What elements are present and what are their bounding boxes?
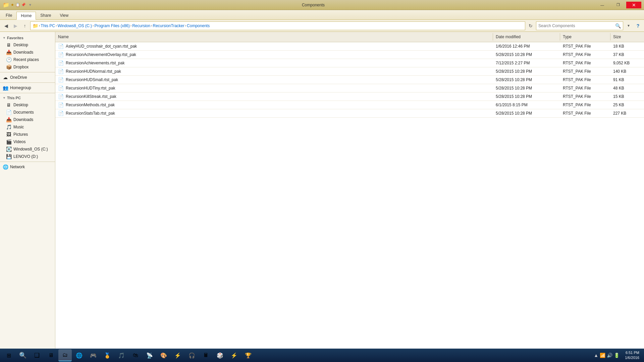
start-button[interactable]: ⊞ <box>2 349 15 361</box>
taskbar-app-store[interactable]: 🛍 <box>129 349 142 361</box>
sidebar-item-downloads-pc[interactable]: 📥 Downloads <box>0 116 55 123</box>
sidebar-item-documents[interactable]: 📄 Documents <box>0 109 55 116</box>
breadcrumb-thispc[interactable]: This PC <box>41 23 55 28</box>
taskbar-app-steam[interactable]: 🎮 <box>87 349 100 361</box>
file-icon: 📄 <box>58 94 64 99</box>
systray-sound[interactable]: 🔊 <box>607 353 612 358</box>
thispc-chevron: ▼ <box>3 96 6 100</box>
taskbar-app-pinball[interactable]: 🎲 <box>213 349 227 361</box>
systray-battery[interactable]: 🔋 <box>614 353 620 358</box>
table-row[interactable]: 📄 RecursionAchievementOverlay.rtst_pak 5… <box>55 51 644 59</box>
file-type: RTST_PAK File <box>560 51 610 58</box>
breadcrumb-c[interactable]: Windows8_OS (C:) <box>57 23 92 28</box>
file-date: 5/28/2015 10:28 PM <box>493 110 560 117</box>
back-button[interactable]: ◀ <box>2 22 10 30</box>
file-type: RTST_PAK File <box>560 59 610 67</box>
taskbar-app-game3[interactable]: ⚡ <box>227 349 241 361</box>
sidebar-item-pictures[interactable]: 🖼 Pictures <box>0 131 55 138</box>
file-icon: 📄 <box>58 69 64 74</box>
tab-file[interactable]: File <box>1 11 16 19</box>
search-input[interactable] <box>538 23 615 28</box>
table-row[interactable]: 📄 RecursionAchievements.rtst_pak 7/12/20… <box>55 59 644 67</box>
sidebar-item-desktop-fav[interactable]: 🖥 Desktop <box>0 41 55 49</box>
search-box[interactable]: 🔍 <box>536 21 623 30</box>
sidebar-item-label: Music <box>13 125 24 129</box>
address-path[interactable]: 📁 › This PC › Windows8_OS (C:) › Program… <box>30 21 525 30</box>
up-button[interactable]: ↑ <box>21 22 29 30</box>
breadcrumb-sep-3: › <box>130 24 131 27</box>
sidebar-item-videos[interactable]: 🎬 Videos <box>0 138 55 145</box>
taskbar-app-itunes[interactable]: 🎵 <box>115 349 128 361</box>
sidebar-item-d-drive[interactable]: 💾 LENOVO (D:) <box>0 153 55 160</box>
tab-home[interactable]: Home <box>16 12 36 20</box>
breadcrumb-components[interactable]: Components <box>187 23 210 28</box>
sidebar-item-label: Windows8_OS (C:) <box>13 147 48 152</box>
clock-date: 1/6/2016 <box>625 355 639 360</box>
taskbar-app-network[interactable]: 📡 <box>143 349 156 361</box>
col-header-name[interactable]: Name <box>55 33 493 41</box>
expand-button[interactable]: ▼ <box>625 22 633 30</box>
videos-icon: 🎬 <box>6 139 11 144</box>
minimize-button[interactable]: — <box>595 2 610 8</box>
cortana-button[interactable]: 🔍 <box>16 349 30 361</box>
task-view-button[interactable]: ❑ <box>30 349 44 361</box>
file-size: 140 KB <box>610 68 644 75</box>
table-row[interactable]: 📄 RecursionMethods.rtst_pak 6/1/2015 8:1… <box>55 101 644 109</box>
sidebar-item-music[interactable]: 🎵 Music <box>0 123 55 131</box>
sidebar-item-onedrive[interactable]: ☁ OneDrive <box>0 74 55 81</box>
file-size: 25 KB <box>610 101 644 109</box>
col-header-date[interactable]: Date modified <box>493 33 560 41</box>
col-header-type[interactable]: Type <box>560 33 610 41</box>
restore-button[interactable]: ❐ <box>610 2 626 8</box>
sidebar-item-label: Homegroup <box>10 85 31 90</box>
network-icon: 🌐 <box>3 164 8 170</box>
table-row[interactable]: 📄 RecursionHUDSmall.rtst_pak 5/28/2015 1… <box>55 76 644 84</box>
breadcrumb-sep-4: › <box>151 24 152 27</box>
file-icon: 📄 <box>58 111 64 116</box>
breadcrumb-recursion[interactable]: Recursion <box>132 23 150 28</box>
taskbar-app-nvidia[interactable]: 🎨 <box>157 349 170 361</box>
table-row[interactable]: 📄 AsleyHUD_crosshair_dot_cyan.rtst_pak 1… <box>55 42 644 51</box>
table-row[interactable]: 📄 RecursionStatsTab.rtst_pak 5/28/2015 1… <box>55 109 644 118</box>
taskbar-app-chrome[interactable]: 🌐 <box>72 349 86 361</box>
taskbar-app-monitor[interactable]: 🖥 <box>44 349 58 361</box>
systray-expand[interactable]: ▲ <box>594 353 598 358</box>
homegroup-icon: 👥 <box>3 85 8 90</box>
title-bar-chevron[interactable]: ▼ <box>29 3 32 7</box>
taskbar-app-spotify[interactable]: 🎧 <box>185 349 199 361</box>
sidebar-item-recent[interactable]: 🕐 Recent places <box>0 56 55 63</box>
tab-share[interactable]: Share <box>36 11 55 19</box>
table-row[interactable]: 📄 RecursionHUDNormal.rtst_pak 5/28/2015 … <box>55 67 644 76</box>
search-icon[interactable]: 🔍 <box>615 23 621 28</box>
taskbar-clock[interactable]: 6:51 PM 1/6/2016 <box>622 350 642 361</box>
systray-network[interactable]: 📶 <box>600 353 605 358</box>
sidebar-divider-3 <box>0 93 55 93</box>
taskbar-app-explorer[interactable]: 🗂 <box>58 349 72 361</box>
breadcrumb-programfiles[interactable]: Program Files (x86) <box>94 23 129 28</box>
close-button[interactable]: ✕ <box>626 2 641 8</box>
table-row[interactable]: 📄 RecursionHUDTiny.rtst_pak 5/28/2015 10… <box>55 84 644 93</box>
main-layout: ▼ Favorites 🖥 Desktop 📥 Downloads 🕐 Rece… <box>0 32 644 352</box>
breadcrumb-recursiontracker[interactable]: RecursionTracker <box>153 23 184 28</box>
table-row[interactable]: 📄 RecursionKillStreak.rtst_pak 5/28/2015… <box>55 93 644 101</box>
thispc-header[interactable]: ▼ This PC <box>0 95 55 101</box>
sidebar-item-desktop-pc[interactable]: 🖥 Desktop <box>0 101 55 109</box>
sidebar-item-network[interactable]: 🌐 Network <box>0 163 55 171</box>
file-size: 15 KB <box>610 93 644 100</box>
favorites-header[interactable]: ▼ Favorites <box>0 35 55 41</box>
sidebar-item-downloads-fav[interactable]: 📥 Downloads <box>0 49 55 56</box>
taskbar-app-glyph[interactable]: ⚡ <box>171 349 184 361</box>
help-button[interactable]: ? <box>634 22 642 30</box>
tab-view[interactable]: View <box>55 11 73 19</box>
sidebar-item-label: Desktop <box>13 43 28 47</box>
sidebar-item-homegroup[interactable]: 👥 Homegroup <box>0 84 55 92</box>
sidebar-item-dropbox[interactable]: 📦 Dropbox <box>0 63 55 71</box>
refresh-button[interactable]: ↻ <box>527 22 535 30</box>
file-name: 📄 RecursionHUDSmall.rtst_pak <box>55 76 493 84</box>
taskbar-app-game4[interactable]: 🏆 <box>241 349 255 361</box>
taskbar-app-calc[interactable]: 🖩 <box>199 349 213 361</box>
sidebar-item-c-drive[interactable]: 💽 Windows8_OS (C:) <box>0 145 55 153</box>
taskbar-app-ubi[interactable]: 🏅 <box>101 349 114 361</box>
col-header-size[interactable]: Size <box>610 33 644 41</box>
forward-button[interactable]: ▶ <box>11 22 19 30</box>
